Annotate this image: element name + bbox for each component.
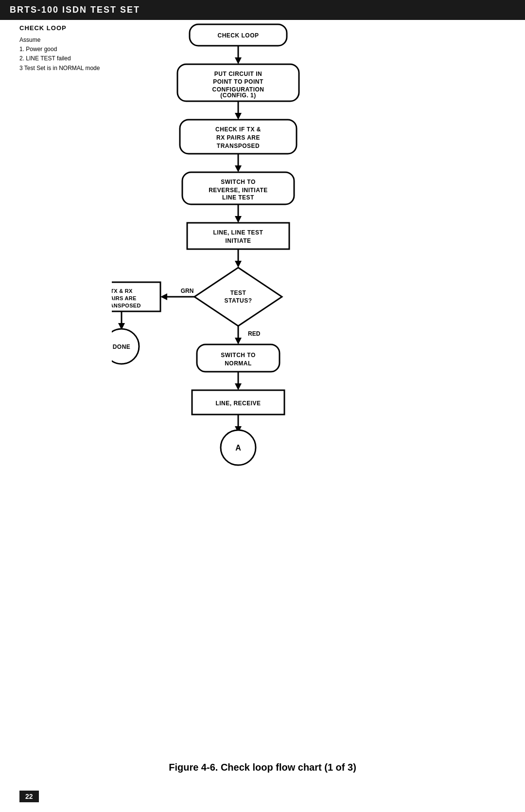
svg-rect-23 <box>187 223 289 249</box>
svg-text:RED: RED <box>248 330 261 337</box>
page-number: 22 <box>19 791 39 802</box>
svg-marker-28 <box>194 268 282 326</box>
svg-text:CHECK IF TX &: CHECK IF TX & <box>215 126 261 133</box>
svg-text:GRN: GRN <box>181 288 194 294</box>
header-bar: BRTS-100 ISDN TEST SET <box>0 0 525 20</box>
svg-marker-22 <box>235 216 242 223</box>
annotation-body: Assume 1. Power good 2. LINE TEST failed… <box>19 36 126 73</box>
svg-marker-43 <box>235 338 242 344</box>
svg-text:SWITCH TO: SWITCH TO <box>221 352 256 359</box>
svg-text:PAIRS ARE: PAIRS ARE <box>112 295 137 301</box>
svg-text:POINT TO POINT: POINT TO POINT <box>213 78 263 85</box>
svg-text:DONE: DONE <box>113 343 131 350</box>
svg-text:PUT CIRCUIT IN: PUT CIRCUIT IN <box>214 71 262 77</box>
svg-text:A: A <box>235 444 241 452</box>
svg-text:INITIATE: INITIATE <box>225 237 251 244</box>
svg-text:REVERSE, INITIATE: REVERSE, INITIATE <box>209 187 268 194</box>
svg-marker-27 <box>235 261 242 268</box>
svg-marker-32 <box>160 293 167 300</box>
svg-text:TX & RX: TX & RX <box>112 288 133 294</box>
svg-text:CHECK LOOP: CHECK LOOP <box>217 32 259 39</box>
svg-text:RX PAIRS ARE: RX PAIRS ARE <box>216 134 260 141</box>
left-annotation: CHECK LOOP Assume 1. Power good 2. LINE … <box>19 24 126 73</box>
svg-text:(CONFIG. 1): (CONFIG. 1) <box>220 92 256 99</box>
flowchart-svg: CHECK LOOP PUT CIRCUIT IN POINT TO POINT… <box>112 19 384 603</box>
svg-text:TRANSPOSED: TRANSPOSED <box>112 303 141 308</box>
svg-marker-49 <box>235 383 242 390</box>
svg-text:LINE, RECEIVE: LINE, RECEIVE <box>215 400 261 407</box>
svg-text:TRANSPOSED: TRANSPOSED <box>217 143 260 149</box>
header-title: BRTS-100 ISDN TEST SET <box>10 5 140 15</box>
svg-text:TEST: TEST <box>230 289 246 296</box>
figure-caption: Figure 4-6. Check loop flow chart (1 of … <box>0 762 525 773</box>
svg-marker-3 <box>235 57 242 64</box>
annotation-title: CHECK LOOP <box>19 24 126 32</box>
svg-marker-10 <box>235 113 242 120</box>
svg-text:LINE, LINE TEST: LINE, LINE TEST <box>213 229 263 236</box>
svg-text:SWITCH TO: SWITCH TO <box>221 179 256 185</box>
svg-text:LINE TEST: LINE TEST <box>222 194 254 201</box>
svg-text:NORMAL: NORMAL <box>225 360 252 367</box>
svg-text:STATUS?: STATUS? <box>224 297 252 304</box>
svg-marker-16 <box>235 165 242 172</box>
